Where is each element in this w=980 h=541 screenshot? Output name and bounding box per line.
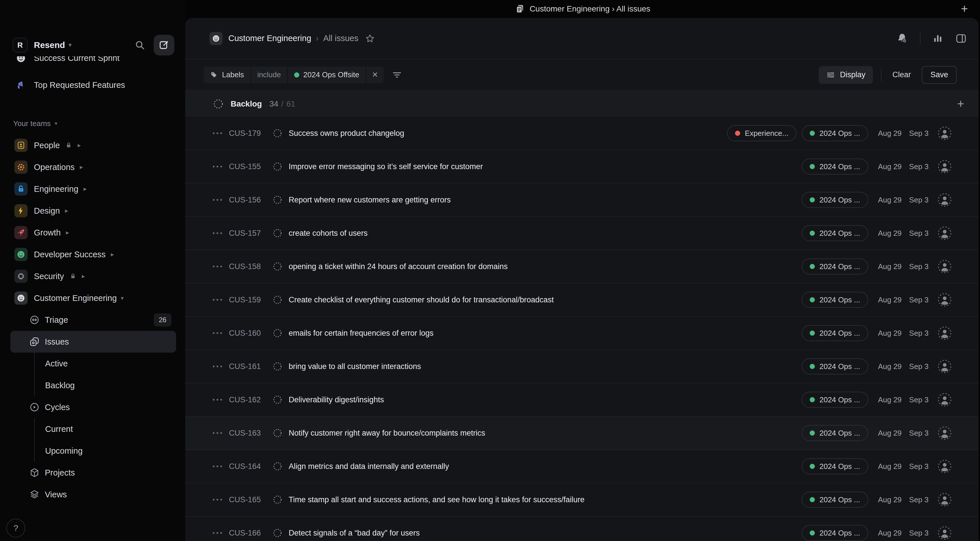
assignee-avatar-icon[interactable] [937,126,952,141]
assignee-avatar-icon[interactable] [937,259,952,274]
issue-row[interactable]: CUS-157 create cohorts of users 2024 Ops… [185,217,978,250]
label-chip-ops-offsite[interactable]: 2024 Ops ... [802,125,868,141]
label-chip-ops-offsite[interactable]: 2024 Ops ... [802,292,868,308]
backlog-status-icon[interactable] [272,162,282,172]
help-button[interactable]: ? [6,519,25,538]
issue-row[interactable]: CUS-158 opening a ticket within 24 hours… [185,250,978,283]
priority-none-icon[interactable] [213,499,229,501]
sidebar-item-active[interactable]: Active [35,353,185,374]
notification-subscribed-icon[interactable] [896,32,908,45]
label-chip-ops-offsite[interactable]: 2024 Ops ... [802,492,868,508]
label-chip-ops-offsite[interactable]: 2024 Ops ... [802,159,868,175]
issue-title[interactable]: Align metrics and data internally and ex… [289,462,449,471]
assignee-avatar-icon[interactable] [937,226,952,241]
issue-title[interactable]: Notify customer right away for bounce/co… [289,429,485,438]
issue-title[interactable]: create cohorts of users [289,229,368,238]
new-tab-button[interactable]: + [961,0,968,18]
priority-none-icon[interactable] [213,532,229,534]
priority-none-icon[interactable] [213,299,229,301]
sidebar-item-current[interactable]: Current [35,418,185,440]
backlog-status-icon[interactable] [272,195,282,205]
priority-none-icon[interactable] [213,132,229,134]
assignee-avatar-icon[interactable] [937,392,952,407]
assignee-avatar-icon[interactable] [937,459,952,474]
label-chip-ops-offsite[interactable]: 2024 Ops ... [802,392,868,408]
clear-filters-button[interactable]: Clear [889,70,914,79]
backlog-status-icon[interactable] [272,228,282,238]
assignee-avatar-icon[interactable] [937,326,952,341]
issue-row[interactable]: CUS-162 Deliverability digest/insights 2… [185,383,978,417]
filter-operator[interactable]: include [251,67,288,83]
breadcrumb-team[interactable]: Customer Engineering [228,33,311,43]
add-filter-icon[interactable] [391,69,402,81]
sidebar-item-projects[interactable]: Projects [0,462,185,484]
issue-row[interactable]: CUS-164 Align metrics and data internall… [185,450,978,483]
label-chip-ops-offsite[interactable]: 2024 Ops ... [802,258,868,275]
backlog-status-icon[interactable] [272,328,282,338]
issue-row[interactable]: CUS-159 Create checklist of everything c… [185,283,978,317]
issue-title[interactable]: Report where new customers are getting e… [289,196,451,204]
new-issue-compose-button[interactable] [154,35,174,56]
assignee-avatar-icon[interactable] [937,359,952,374]
label-chip-ops-offsite[interactable]: 2024 Ops ... [802,525,868,541]
your-teams-section[interactable]: Your teams ▾ [0,115,185,132]
label-chip-ops-offsite[interactable]: 2024 Ops ... [802,358,868,374]
priority-none-icon[interactable] [213,432,229,434]
priority-none-icon[interactable] [213,366,229,367]
issue-row[interactable]: CUS-163 Notify customer right away for b… [185,417,978,450]
issue-title[interactable]: emails for certain frequencies of error … [289,329,433,338]
sidebar-item-views[interactable]: Views [0,484,185,505]
issue-row[interactable]: CUS-155 Improve error messaging so it’s … [185,150,978,183]
priority-none-icon[interactable] [213,465,229,467]
priority-none-icon[interactable] [213,232,229,234]
sidebar-team-engineering[interactable]: Engineering ▸ [0,178,185,200]
assignee-avatar-icon[interactable] [937,492,952,507]
label-chip-ops-offsite[interactable]: 2024 Ops ... [802,425,868,441]
priority-none-icon[interactable] [213,399,229,401]
issue-title[interactable]: Create checklist of everything customer … [289,296,554,304]
issue-title[interactable]: Time stamp all start and success actions… [289,495,584,504]
issue-title[interactable]: opening a ticket within 24 hours of acco… [289,262,508,271]
workspace-switcher[interactable]: R Resend ▾ [0,34,185,56]
priority-none-icon[interactable] [213,199,229,201]
issue-title[interactable]: Improve error messaging so it’s self ser… [289,162,483,171]
priority-none-icon[interactable] [213,332,229,334]
assignee-avatar-icon[interactable] [937,525,952,540]
sidebar-team-growth[interactable]: Growth ▸ [0,222,185,243]
filter-field[interactable]: Labels [204,67,251,83]
assignee-avatar-icon[interactable] [937,159,952,174]
backlog-status-icon[interactable] [272,128,282,138]
issue-row[interactable]: CUS-156 Report where new customers are g… [185,183,978,217]
add-issue-button[interactable]: + [957,97,964,111]
backlog-status-icon[interactable] [272,428,282,438]
backlog-status-icon[interactable] [272,461,282,471]
backlog-status-icon[interactable] [272,495,282,504]
sidebar-team-people[interactable]: People ▸ [0,134,185,156]
assignee-avatar-icon[interactable] [937,292,952,307]
backlog-status-icon[interactable] [272,262,282,271]
sidebar-team-security[interactable]: Security ▸ [0,265,185,287]
issue-row[interactable]: CUS-160 emails for certain frequencies o… [185,317,978,350]
backlog-status-icon[interactable] [272,295,282,305]
favorite-star-icon[interactable] [365,33,375,44]
sidebar-item-triage[interactable]: Triage 26 [0,309,185,331]
backlog-group-header[interactable]: Backlog 34 / 61 + [185,91,978,117]
sidebar-item-issues[interactable]: Issues [10,331,176,353]
sidebar-team-developer-success[interactable]: Developer Success ▸ [0,243,185,265]
side-panel-toggle-icon[interactable] [955,32,967,45]
sidebar-item-upcoming[interactable]: Upcoming [35,440,185,462]
label-chip-ops-offsite[interactable]: 2024 Ops ... [802,458,868,474]
issue-row[interactable]: CUS-161 bring value to all customer inte… [185,350,978,383]
label-chip-ops-offsite[interactable]: 2024 Ops ... [802,225,868,241]
sidebar-team-customer-engineering[interactable]: Customer Engineering ▾ [0,287,185,309]
sidebar-item-top-requested-features[interactable]: Top Requested Features [0,74,185,96]
sidebar-team-design[interactable]: Design ▸ [0,200,185,222]
priority-none-icon[interactable] [213,266,229,267]
assignee-avatar-icon[interactable] [937,193,952,207]
backlog-status-icon[interactable] [272,528,282,538]
issue-row[interactable]: CUS-165 Time stamp all start and success… [185,483,978,517]
assignee-avatar-icon[interactable] [937,426,952,441]
issue-row[interactable]: CUS-166 Detect signals of a “bad day” fo… [185,517,978,541]
backlog-status-icon[interactable] [272,395,282,404]
issue-title[interactable]: Success owns product changelog [289,129,404,138]
